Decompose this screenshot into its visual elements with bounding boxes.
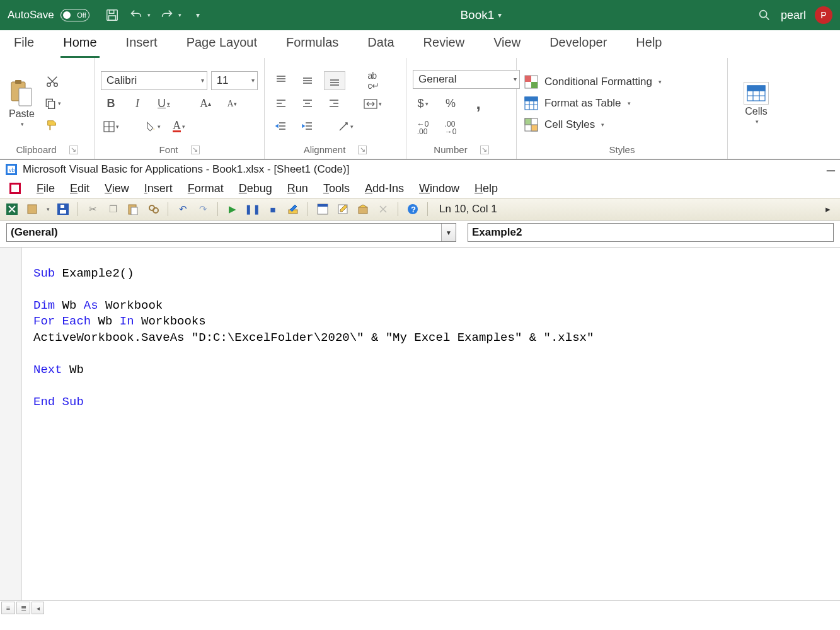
undo-icon[interactable]	[129, 8, 144, 23]
align-top-icon[interactable]	[271, 72, 291, 89]
cut-icon[interactable]: ✂	[86, 202, 100, 216]
decrease-font-icon[interactable]: A▾	[222, 95, 242, 113]
wrap-text-icon[interactable]: abc↵	[363, 72, 383, 89]
copy-icon[interactable]: ▾	[42, 94, 63, 112]
underline-button[interactable]: U▾	[154, 95, 174, 113]
qat-customize-icon[interactable]: ▾	[190, 8, 205, 23]
cells-button[interactable]: Cells ▾	[741, 81, 771, 126]
design-mode-icon[interactable]	[286, 202, 300, 216]
borders-icon[interactable]: ▾	[101, 118, 121, 135]
user-name[interactable]: pearl	[781, 9, 806, 22]
chevron-down-icon[interactable]: ▾	[47, 206, 50, 212]
save-icon[interactable]	[105, 8, 120, 23]
vbe-menu-run[interactable]: Run	[287, 182, 308, 195]
vbe-menu-addins[interactable]: Add-Ins	[365, 182, 404, 195]
increase-indent-icon[interactable]	[297, 118, 318, 135]
vbe-code-pane[interactable]: Sub Example2() Dim Wb As Workbook For Ea…	[0, 248, 840, 600]
number-format-combo[interactable]: General▾	[413, 70, 520, 89]
percent-format-icon[interactable]: %	[440, 95, 461, 113]
align-right-icon[interactable]	[324, 95, 344, 113]
full-module-view-icon[interactable]: ≣	[16, 602, 30, 614]
ribbon-tab-help[interactable]: Help	[633, 30, 664, 58]
vbe-menu-insert[interactable]: Insert	[144, 182, 173, 195]
cell-styles-button[interactable]: Cell Styles▾	[523, 117, 604, 133]
search-icon[interactable]	[757, 8, 772, 23]
object-browser-icon[interactable]	[356, 202, 370, 216]
vbe-menu-tools[interactable]: Tools	[323, 182, 350, 195]
scroll-left-icon[interactable]: ◂	[32, 602, 44, 614]
decrease-indent-icon[interactable]	[271, 118, 291, 135]
autosave-switch[interactable]: Off	[60, 9, 89, 21]
vbe-code-text[interactable]: Sub Example2() Dim Wb As Workbook For Ea…	[22, 260, 840, 588]
fill-color-icon[interactable]: ▾	[142, 118, 163, 135]
view-excel-icon[interactable]	[5, 202, 19, 216]
paste-button[interactable]: Paste ▾	[6, 78, 37, 129]
paste-icon[interactable]	[126, 202, 140, 216]
properties-icon[interactable]	[336, 202, 350, 216]
copy-icon[interactable]: ❐	[106, 202, 120, 216]
align-bottom-icon[interactable]	[324, 71, 345, 90]
autosave-toggle[interactable]: AutoSave Off	[8, 9, 89, 21]
chevron-down-icon[interactable]: ▼	[441, 224, 456, 241]
run-icon[interactable]: ▶	[226, 202, 239, 216]
font-size-combo[interactable]: 11▾	[211, 71, 258, 90]
toolbox-icon[interactable]	[376, 202, 390, 216]
ribbon-tab-data[interactable]: Data	[365, 30, 396, 58]
vbe-procedure-combo[interactable]: Example2	[468, 223, 834, 242]
align-middle-icon[interactable]	[297, 72, 318, 89]
reset-icon[interactable]: ■	[266, 202, 280, 216]
alignment-dialog-launcher[interactable]: ↘	[358, 146, 367, 154]
vbe-menu-help[interactable]: Help	[475, 182, 498, 195]
title-dropdown-icon[interactable]: ▾	[498, 11, 502, 20]
help-icon[interactable]: ?	[406, 202, 420, 216]
ribbon-tab-insert[interactable]: Insert	[124, 30, 160, 58]
vbe-menu-file[interactable]: File	[37, 182, 55, 195]
undo-icon[interactable]: ↶	[176, 202, 190, 216]
project-explorer-icon[interactable]	[316, 202, 330, 216]
format-as-table-button[interactable]: Format as Table▾	[523, 95, 631, 112]
vbe-menu-debug[interactable]: Debug	[239, 182, 272, 195]
number-dialog-launcher[interactable]: ↘	[480, 146, 489, 154]
format-painter-icon[interactable]	[45, 118, 59, 132]
break-icon[interactable]: ❚❚	[246, 202, 260, 216]
align-left-icon[interactable]	[271, 95, 291, 113]
clipboard-dialog-launcher[interactable]: ↘	[69, 146, 78, 154]
vbe-minimize-icon[interactable]: –	[827, 161, 835, 178]
save-icon[interactable]	[56, 202, 70, 216]
procedure-view-icon[interactable]: ≡	[1, 602, 15, 614]
ribbon-tab-formulas[interactable]: Formulas	[284, 30, 341, 58]
vbe-object-combo[interactable]: (General) ▼	[6, 223, 456, 242]
redo-icon[interactable]	[159, 8, 175, 23]
vbe-menu-edit[interactable]: Edit	[70, 182, 89, 195]
vbe-system-menu-icon[interactable]	[9, 182, 21, 195]
user-avatar[interactable]: P	[815, 6, 832, 24]
ribbon-tab-developer[interactable]: Developer	[547, 30, 609, 58]
ribbon-tab-file[interactable]: File	[11, 30, 37, 58]
find-icon[interactable]	[146, 202, 160, 216]
font-dialog-launcher[interactable]: ↘	[191, 146, 200, 154]
insert-module-icon[interactable]	[25, 202, 39, 216]
redo-icon[interactable]: ↷	[196, 202, 210, 216]
vbe-menu-window[interactable]: Window	[419, 182, 459, 195]
ribbon-tab-home[interactable]: Home	[60, 30, 99, 58]
vbe-menu-view[interactable]: View	[105, 182, 129, 195]
merge-center-icon[interactable]: ▾	[362, 95, 384, 113]
decrease-decimal-icon[interactable]: .00→0	[440, 119, 461, 137]
redo-dropdown-icon[interactable]: ▾	[178, 12, 181, 18]
italic-button[interactable]: I	[127, 95, 147, 113]
increase-font-icon[interactable]: A▴	[195, 95, 216, 113]
font-name-combo[interactable]: Calibri▾	[101, 71, 207, 90]
align-center-icon[interactable]	[297, 95, 318, 113]
cut-icon[interactable]	[45, 74, 59, 88]
vbe-menu-format[interactable]: Format	[188, 182, 224, 195]
toolbar-overflow-icon[interactable]: ▸	[821, 202, 835, 216]
document-title[interactable]: Book1 ▾	[216, 8, 747, 22]
accounting-format-icon[interactable]: $▾	[413, 95, 433, 113]
orientation-icon[interactable]: ▾	[335, 118, 355, 135]
ribbon-tab-review[interactable]: Review	[421, 30, 468, 58]
bold-button[interactable]: B	[101, 95, 121, 113]
font-color-icon[interactable]: A▾	[169, 118, 189, 135]
ribbon-tab-page-layout[interactable]: Page Layout	[184, 30, 260, 58]
undo-dropdown-icon[interactable]: ▾	[147, 12, 151, 18]
ribbon-tab-view[interactable]: View	[491, 30, 523, 58]
